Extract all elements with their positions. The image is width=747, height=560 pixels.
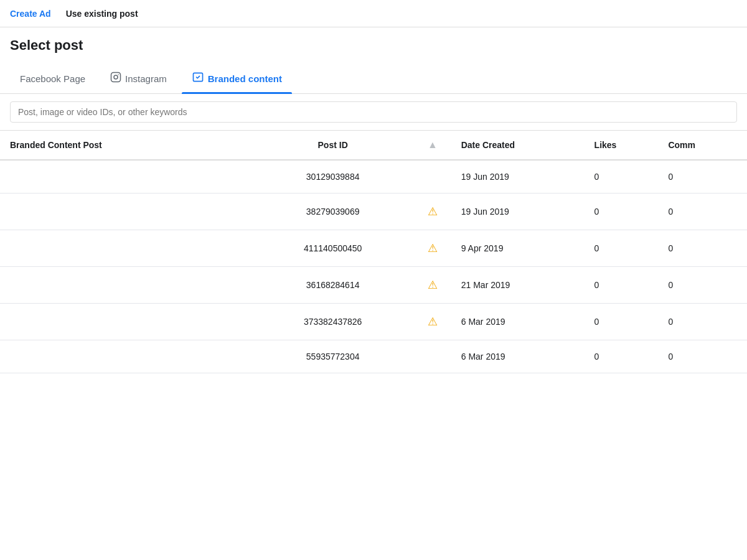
cell-warning: ⚠ bbox=[414, 304, 451, 340]
table-row[interactable]: 559357723046 Mar 201900 bbox=[0, 340, 747, 373]
table-row[interactable]: 411140500450⚠9 Apr 201900 bbox=[0, 230, 747, 267]
warning-header-icon: ▲ bbox=[428, 139, 438, 150]
warning-triangle-icon: ⚠ bbox=[428, 205, 438, 218]
posts-table: Branded Content Post Post ID ▲ Date Crea… bbox=[0, 131, 747, 373]
cell-branded-post bbox=[0, 160, 251, 194]
cell-comments: 0 bbox=[658, 304, 747, 340]
cell-comments: 0 bbox=[658, 267, 747, 304]
posts-table-container: Branded Content Post Post ID ▲ Date Crea… bbox=[0, 131, 747, 373]
cell-likes: 0 bbox=[585, 304, 659, 340]
cell-warning: ⚠ bbox=[414, 194, 451, 230]
svg-rect-0 bbox=[111, 73, 121, 82]
warning-triangle-icon: ⚠ bbox=[428, 278, 438, 292]
branded-content-tab-label: Branded content bbox=[208, 73, 282, 84]
col-header-date-created: Date Created bbox=[451, 131, 585, 160]
table-body: 3012903988419 Jun 20190038279039069⚠19 J… bbox=[0, 160, 747, 373]
table-row[interactable]: 38279039069⚠19 Jun 201900 bbox=[0, 194, 747, 230]
cell-likes: 0 bbox=[585, 340, 659, 373]
tab-facebook-page[interactable]: Facebook Page bbox=[10, 66, 95, 91]
cell-likes: 0 bbox=[585, 160, 659, 194]
warning-triangle-icon: ⚠ bbox=[428, 241, 438, 255]
col-header-comments: Comm bbox=[658, 131, 747, 160]
cell-warning bbox=[414, 340, 451, 373]
table-row[interactable]: 36168284614⚠21 Mar 201900 bbox=[0, 267, 747, 304]
top-bar: Create Ad Use existing post bbox=[0, 0, 747, 27]
cell-post-id: 36168284614 bbox=[251, 267, 414, 304]
cell-branded-post bbox=[0, 304, 251, 340]
tab-instagram[interactable]: Instagram bbox=[100, 64, 177, 93]
cell-date-created: 6 Mar 2019 bbox=[451, 340, 585, 373]
cell-branded-post bbox=[0, 194, 251, 230]
cell-date-created: 6 Mar 2019 bbox=[451, 304, 585, 340]
cell-comments: 0 bbox=[658, 230, 747, 267]
table-row[interactable]: 3012903988419 Jun 201900 bbox=[0, 160, 747, 194]
instagram-tab-label: Instagram bbox=[125, 73, 167, 84]
cell-post-id: 38279039069 bbox=[251, 194, 414, 230]
tab-bar: Facebook Page Instagram Branded bbox=[0, 63, 747, 94]
col-header-post-id: Post ID bbox=[251, 131, 414, 160]
cell-post-id: 373382437826 bbox=[251, 304, 414, 340]
cell-warning: ⚠ bbox=[414, 230, 451, 267]
page-header: Select post Facebook Page Instagram bbox=[0, 27, 747, 94]
cell-likes: 0 bbox=[585, 194, 659, 230]
table-header-row: Branded Content Post Post ID ▲ Date Crea… bbox=[0, 131, 747, 160]
cell-comments: 0 bbox=[658, 160, 747, 194]
instagram-icon bbox=[110, 72, 121, 85]
svg-point-1 bbox=[114, 75, 118, 79]
cell-branded-post bbox=[0, 267, 251, 304]
cell-likes: 0 bbox=[585, 267, 659, 304]
cell-post-id: 30129039884 bbox=[251, 160, 414, 194]
tab-branded-content[interactable]: Branded content bbox=[182, 63, 292, 93]
cell-branded-post bbox=[0, 340, 251, 373]
cell-post-id: 411140500450 bbox=[251, 230, 414, 267]
cell-warning bbox=[414, 160, 451, 194]
search-bar bbox=[0, 94, 747, 131]
cell-date-created: 19 Jun 2019 bbox=[451, 194, 585, 230]
warning-triangle-icon: ⚠ bbox=[428, 315, 438, 329]
cell-branded-post bbox=[0, 230, 251, 267]
search-input[interactable] bbox=[10, 101, 737, 123]
create-ad-button[interactable]: Create Ad bbox=[10, 9, 51, 19]
cell-likes: 0 bbox=[585, 230, 659, 267]
col-header-warning: ▲ bbox=[414, 131, 451, 160]
branded-content-icon bbox=[192, 71, 204, 86]
facebook-page-tab-label: Facebook Page bbox=[20, 73, 85, 84]
cell-date-created: 19 Jun 2019 bbox=[451, 160, 585, 194]
cell-comments: 0 bbox=[658, 340, 747, 373]
cell-date-created: 9 Apr 2019 bbox=[451, 230, 585, 267]
cell-date-created: 21 Mar 2019 bbox=[451, 267, 585, 304]
cell-comments: 0 bbox=[658, 194, 747, 230]
svg-point-2 bbox=[118, 74, 119, 75]
table-row[interactable]: 373382437826⚠6 Mar 201900 bbox=[0, 304, 747, 340]
cell-post-id: 55935772304 bbox=[251, 340, 414, 373]
use-existing-post-button[interactable]: Use existing post bbox=[66, 9, 138, 19]
col-header-branded-content-post: Branded Content Post bbox=[0, 131, 251, 160]
cell-warning: ⚠ bbox=[414, 267, 451, 304]
col-header-likes: Likes bbox=[585, 131, 659, 160]
page-title: Select post bbox=[10, 37, 737, 54]
